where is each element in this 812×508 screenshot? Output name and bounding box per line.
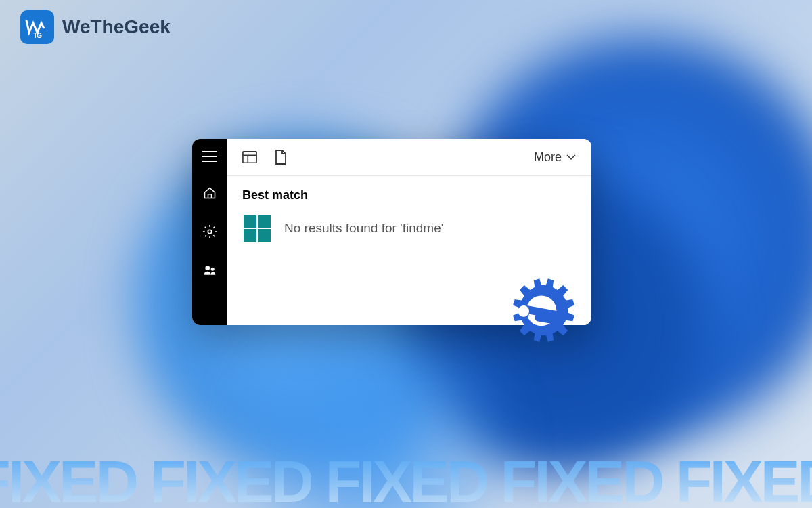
more-dropdown[interactable]: More [534,150,577,165]
web-result-icon[interactable] [242,150,257,165]
best-match-heading: Best match [242,188,577,203]
banner-word: FIXED [501,454,662,508]
svg-point-3 [211,268,215,271]
banner-word: FIXED [325,454,487,508]
windows-logo-icon [244,215,271,242]
banner-word: FIXED [0,454,136,508]
hamburger-icon[interactable] [202,151,217,162]
home-icon[interactable] [202,186,217,200]
svg-point-1 [208,230,212,234]
chevron-down-icon [566,154,577,161]
result-row[interactable]: No results found for 'findme' [242,215,577,242]
svg-rect-4 [243,152,256,163]
banner-word: FIXED [150,454,311,508]
brand-name: WeTheGeek [62,16,171,38]
svg-text:TG: TG [33,32,42,39]
more-label: More [534,150,562,165]
fixed-banner: FIXED FIXED FIXED FIXED FIXED [0,454,812,508]
search-sidebar [192,139,227,325]
svg-point-2 [205,266,210,270]
document-icon[interactable] [273,150,288,165]
search-content: Best match No results found for 'findme' [227,176,591,254]
logo-badge: TG [20,10,54,44]
fix-gear-wrench-icon [494,271,589,366]
brand-logo: TG WeTheGeek [20,10,171,44]
people-icon[interactable] [202,263,217,278]
search-top-bar: More [227,139,591,176]
banner-word: FIXED [676,454,812,508]
gear-icon[interactable] [202,224,217,239]
result-message: No results found for 'findme' [284,221,443,236]
